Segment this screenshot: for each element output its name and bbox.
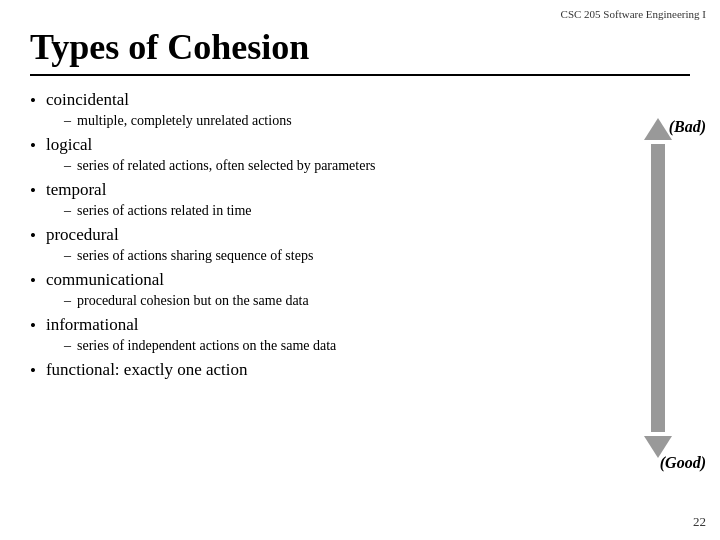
bullet-dot: • (30, 181, 36, 201)
bullet-dot: • (30, 316, 36, 336)
list-item: • temporal – series of actions related i… (30, 180, 610, 219)
bullet-text: informational (46, 315, 139, 335)
sub-item: – series of actions related in time (64, 203, 610, 219)
list-area: • coincidental – multiple, completely un… (30, 90, 690, 383)
list-item: • logical – series of related actions, o… (30, 135, 610, 174)
sub-text: series of actions sharing sequence of st… (77, 248, 313, 264)
sub-text: multiple, completely unrelated actions (77, 113, 292, 129)
list-item: • coincidental – multiple, completely un… (30, 90, 610, 129)
sub-dash: – (64, 248, 71, 264)
bullet-text: functional: exactly one action (46, 360, 248, 380)
list-item: • procedural – series of actions sharing… (30, 225, 610, 264)
list-item: • functional: exactly one action (30, 360, 610, 381)
sub-text: series of independent actions on the sam… (77, 338, 336, 354)
sub-item: – series of related actions, often selec… (64, 158, 610, 174)
sub-item: – multiple, completely unrelated actions (64, 113, 610, 129)
sub-dash: – (64, 158, 71, 174)
bullet-dot: • (30, 271, 36, 291)
bullet-dot: • (30, 136, 36, 156)
bullet-list: • coincidental – multiple, completely un… (30, 90, 610, 381)
bullet-dot: • (30, 91, 36, 111)
sub-item: – series of actions sharing sequence of … (64, 248, 610, 264)
good-label: (Good) (660, 454, 706, 472)
course-label: CSC 205 Software Engineering I (561, 8, 706, 20)
page-number: 22 (693, 514, 706, 530)
sub-text: series of related actions, often selecte… (77, 158, 376, 174)
sub-text: procedural cohesion but on the same data (77, 293, 309, 309)
bullet-text: communicational (46, 270, 164, 290)
sub-dash: – (64, 338, 71, 354)
bullet-dot: • (30, 361, 36, 381)
sub-item: – series of independent actions on the s… (64, 338, 610, 354)
slide-content: Types of Cohesion • coincidental – multi… (0, 0, 720, 393)
arrow-shaft (651, 144, 665, 432)
bullet-text: procedural (46, 225, 119, 245)
sub-dash: – (64, 293, 71, 309)
bad-label: (Bad) (669, 118, 706, 136)
list-item: • communicational – procedural cohesion … (30, 270, 610, 309)
list-item: • informational – series of independent … (30, 315, 610, 354)
bullet-text: temporal (46, 180, 106, 200)
arrow-wrapper (644, 118, 672, 458)
bullet-text: logical (46, 135, 92, 155)
bullet-text: coincidental (46, 90, 129, 110)
sub-text: series of actions related in time (77, 203, 252, 219)
main-area: • coincidental – multiple, completely un… (30, 90, 690, 383)
sub-item: – procedural cohesion but on the same da… (64, 293, 610, 309)
slide-title: Types of Cohesion (30, 26, 690, 68)
sub-dash: – (64, 203, 71, 219)
bullet-dot: • (30, 226, 36, 246)
sub-dash: – (64, 113, 71, 129)
divider (30, 74, 690, 76)
arrow-head-up (644, 118, 672, 140)
